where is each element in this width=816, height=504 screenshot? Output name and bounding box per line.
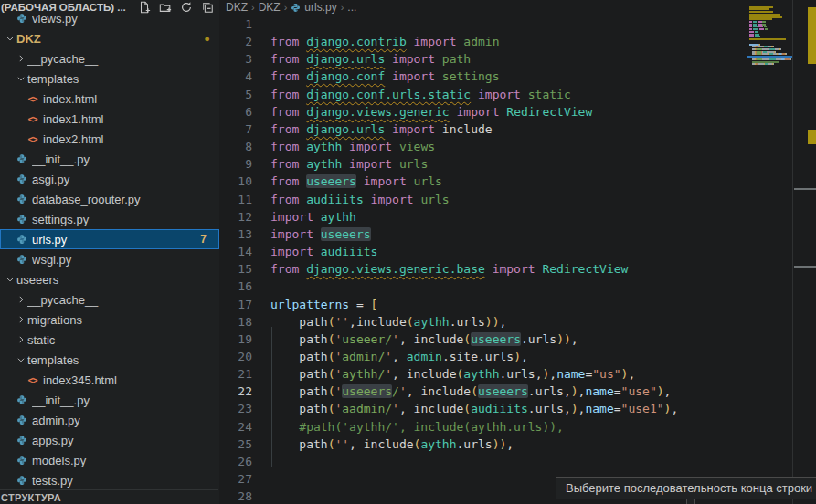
code-line[interactable]: 16 [219,278,749,295]
tree-item[interactable]: __pycache__ [0,289,219,310]
minimap-current-line [747,56,793,58]
code-line[interactable]: 9from aythh import urls [219,155,749,173]
tree-item[interactable]: apps.py [0,430,219,450]
tree-item[interactable]: templates [0,68,219,89]
tree-item-label: apps.py [32,434,219,447]
line-content: import useeers [252,226,371,243]
python-icon [15,254,28,265]
new-folder-icon[interactable] [159,1,172,14]
line-content: from django.conf.urls.static import stat… [252,86,571,103]
minimap-line [749,21,766,23]
code-line[interactable]: 5from django.conf.urls.static import sta… [219,86,749,103]
code-line[interactable]: 4from django.conf import settings [219,68,749,85]
python-icon [291,3,301,13]
tree-item-label: migrations [27,313,219,327]
code-line[interactable]: 18 path('',include(aythh.urls)), [219,313,749,331]
breadcrumb-item-root[interactable]: DKZ [226,1,248,14]
tree-item[interactable]: wsgi.py [0,249,219,269]
tree-item[interactable]: __init__.py [0,149,219,169]
line-number: 2 [219,33,252,50]
code-line[interactable]: 26 [219,453,749,470]
code-line[interactable]: 3from django.urls import path [219,50,749,68]
code-line[interactable]: 24 #path('aythh/', include(aythh.urls)), [219,418,749,436]
line-number: 11 [219,191,252,208]
tree-item[interactable]: urls.py7 [0,229,219,249]
line-number: 16 [219,278,252,295]
tree-item[interactable]: database_roouter.py [0,189,219,209]
line-number: 13 [219,226,252,243]
line-number: 7 [219,121,252,138]
line-number: 3 [219,50,252,68]
tree-item[interactable]: DKZ● [0,28,219,48]
editor-pane: DKZ › DKZ › urls.py › ... 12from django.… [219,0,816,504]
line-number: 27 [219,470,252,488]
breadcrumb-item-file[interactable]: urls.py [304,1,336,14]
tree-item[interactable]: models.py [0,450,219,470]
tree-item[interactable]: admin.py [0,410,219,430]
tree-item[interactable]: templates [0,350,219,370]
outline-section-header[interactable]: СТРУКТУРА [0,489,218,504]
tree-item[interactable]: static [0,330,219,350]
tree-item-label: index1.html [43,112,219,126]
html-icon: <> [26,94,39,104]
indent-guide [271,327,272,467]
python-icon [15,13,28,24]
line-content: from audiiits import urls [252,191,450,208]
tree-item[interactable]: <>index1.html [0,109,219,129]
tree-item[interactable]: settings.py [0,209,219,229]
tree-item[interactable]: useeers [0,269,219,289]
refresh-icon[interactable] [180,1,193,14]
code-line[interactable]: 8from aythh import views [219,138,749,155]
line-content: from aythh import views [252,138,435,155]
tree-item-label: index.html [43,92,219,106]
code-line[interactable]: 13import useeers [219,226,749,243]
line-content: path('',include(aythh.urls)), [252,313,506,331]
line-number: 4 [219,68,252,85]
line-number: 22 [219,383,252,400]
code-line[interactable]: 15from django.views.generic.base import … [219,260,749,278]
line-content [252,16,270,33]
tree-item-label: urls.py [32,233,200,247]
minimap[interactable] [749,4,791,497]
code-line[interactable]: 23 path('aadmin/', include(audiiits.urls… [219,400,749,417]
code-line[interactable]: 20 path('admin/', admin.site.urls), [219,348,749,365]
tree-item[interactable]: asgi.py [0,169,219,189]
collapse-all-icon[interactable] [201,1,214,14]
tree-item-label: __pycache__ [27,293,219,307]
python-icon [15,234,28,245]
code-line[interactable]: 17urlpatterns = [ [219,296,749,313]
chevron-down-icon [15,355,27,364]
code-line[interactable]: 14import audiiits [219,243,749,260]
code-line[interactable]: 19 path('useeer/', include(useeers.urls)… [219,331,749,348]
code-line[interactable]: 12import aythh [219,208,749,226]
code-line[interactable]: 11from audiiits import urls [219,191,749,208]
tree-item[interactable]: <>index.html [0,89,219,109]
breadcrumb-item-folder[interactable]: DKZ [259,1,281,14]
breadcrumb-item-symbol[interactable]: ... [347,1,356,14]
code-line[interactable]: 22 path('useeers/', include(useeers.urls… [219,383,749,400]
code-line[interactable]: 10from useeers import urls [219,173,749,190]
code-line[interactable]: 21 path('aythh/', include(aythh.urls,),n… [219,365,749,383]
tree-item[interactable]: __pycache__ [0,48,219,68]
code-line[interactable]: 2from django.contrib import admin [219,33,749,50]
code-line[interactable]: 1 [219,16,749,33]
tree-item-label: static [27,333,219,347]
tree-item[interactable]: migrations [0,310,219,330]
minimap-line [749,63,774,65]
tree-item-label: templates [27,353,219,367]
code-editor[interactable]: 12from django.contrib import admin3from … [219,15,749,504]
code-line[interactable]: 25 path('', include(aythh.urls)), [219,436,749,453]
minimap-line [749,46,773,47]
tree-item[interactable]: <>index2.html [0,129,219,149]
tree-item[interactable]: <>index345.html [0,370,219,390]
new-file-icon[interactable] [138,1,151,14]
code-line[interactable]: 7from django.urls import include [219,121,749,138]
tree-item-label: index345.html [43,373,219,387]
scrollbar[interactable] [792,0,816,504]
html-icon: <> [26,114,39,124]
tree-item-label: admin.py [32,414,219,427]
tree-item[interactable]: __init__.py [0,390,219,410]
tree-item[interactable]: tests.py [0,470,219,490]
line-number: 12 [219,208,252,226]
code-line[interactable]: 6from django.views.generic import Redire… [219,103,749,121]
